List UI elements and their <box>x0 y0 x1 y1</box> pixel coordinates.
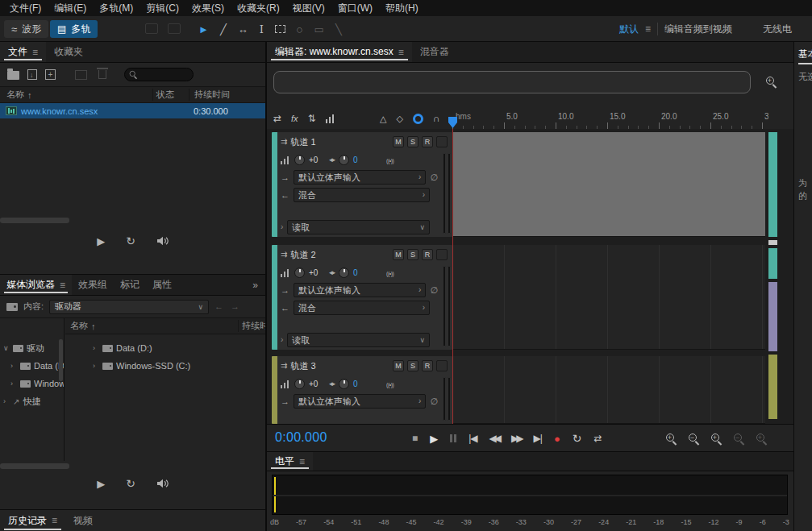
chevron-down-icon[interactable] <box>3 345 10 352</box>
volume-value[interactable]: +0 <box>309 380 325 388</box>
input-monitor-button[interactable] <box>436 136 448 147</box>
tab-favorites[interactable]: 收藏夹 <box>46 42 91 62</box>
tree-item-windows-drive[interactable]: Windows-SSD (C:) <box>0 375 64 392</box>
pan-knob[interactable] <box>339 155 349 165</box>
volume-value[interactable]: +0 <box>309 268 325 277</box>
chevron-right-icon[interactable] <box>10 363 17 370</box>
workspace-menu-icon[interactable] <box>645 24 651 34</box>
move-tool-icon[interactable] <box>198 24 209 35</box>
file-row-selected[interactable]: www.knowr.cn.sesx 0:30.000 <box>0 103 265 118</box>
zoom-in-icon[interactable] <box>665 433 677 445</box>
tab-effects-rack[interactable]: 效果组 <box>72 275 114 295</box>
insert-into-multitrack-icon[interactable] <box>75 70 87 80</box>
pan-knob[interactable] <box>339 268 349 278</box>
input-select[interactable]: 默认立体声输入 <box>294 394 426 409</box>
tab-levels[interactable]: 电平 <box>267 452 313 471</box>
monitor-input-icon[interactable] <box>386 379 394 388</box>
timeline-ruler[interactable]: hms 5.0 10.0 15.0 20.0 25.0 30 <box>452 108 768 129</box>
menu-window[interactable]: 窗口(W) <box>331 2 379 15</box>
marquee-selection-tool-icon[interactable] <box>275 25 285 33</box>
pan-value[interactable]: 0 <box>353 156 369 164</box>
track-name[interactable]: 轨道 2 <box>290 249 389 261</box>
tree-item-data-drive[interactable]: Data (D:) <box>0 357 64 375</box>
volume-knob[interactable] <box>294 155 305 165</box>
arm-record-button[interactable]: R <box>422 136 433 147</box>
preview-play-icon[interactable] <box>97 479 105 489</box>
panel-menu-icon[interactable] <box>299 457 305 467</box>
spot-healing-tool-icon[interactable] <box>335 24 342 35</box>
tab-markers[interactable]: 标记 <box>114 275 146 295</box>
tab-media-browser[interactable]: 媒体浏览器 <box>0 275 72 295</box>
workspace-default[interactable]: 默认 <box>619 23 639 36</box>
zoom-navigator[interactable] <box>273 71 751 93</box>
zoom-out-icon[interactable] <box>688 433 700 445</box>
fast-forward-button[interactable] <box>511 434 521 443</box>
menu-file[interactable]: 文件(F) <box>3 2 48 15</box>
track-3-lane[interactable] <box>452 356 765 424</box>
volume-value[interactable]: +0 <box>309 156 325 164</box>
menu-view[interactable]: 视图(V) <box>286 2 331 15</box>
pan-knob[interactable] <box>339 379 349 389</box>
zoom-out-full-icon[interactable] <box>733 433 745 445</box>
tab-properties[interactable]: 属性 <box>146 275 178 295</box>
input-monitor-button[interactable] <box>436 249 448 260</box>
layout-icon-a[interactable] <box>145 23 158 34</box>
multitrack-view-button[interactable]: 多轨 <box>50 20 98 38</box>
menu-effects[interactable]: 效果(S) <box>185 2 231 15</box>
skip-selection-button[interactable] <box>594 434 602 443</box>
track-1-lane[interactable] <box>452 132 765 237</box>
menu-edit[interactable]: 编辑(E) <box>48 2 93 15</box>
auto-play-speaker-icon[interactable] <box>156 236 169 246</box>
automation-expand-icon[interactable] <box>281 223 283 231</box>
panel-menu-icon[interactable] <box>52 516 57 525</box>
menu-favorites[interactable]: 收藏夹(R) <box>231 2 286 15</box>
go-to-end-button[interactable] <box>534 434 542 443</box>
tab-essential-sound[interactable]: 基本 <box>798 48 812 61</box>
column-name[interactable]: 名称 ↑ <box>65 320 238 332</box>
tab-files[interactable]: 文件 <box>0 42 46 62</box>
auto-play-speaker-icon[interactable] <box>156 479 169 488</box>
record-button[interactable] <box>554 434 560 444</box>
loop-icon[interactable] <box>126 235 135 247</box>
loop-icon[interactable] <box>126 478 135 489</box>
tab-mixer[interactable]: 混音器 <box>412 42 457 62</box>
panel-menu-icon[interactable] <box>398 48 404 57</box>
magnet-icon[interactable] <box>433 114 440 123</box>
track-2-lane[interactable] <box>452 245 765 350</box>
import-file-icon[interactable] <box>27 69 37 80</box>
marker-icon[interactable] <box>396 114 402 123</box>
tab-editor[interactable]: 编辑器: www.knowr.cn.sesx <box>267 42 412 62</box>
routing-icon[interactable] <box>308 114 316 123</box>
menu-clip[interactable]: 剪辑(C) <box>139 2 185 15</box>
go-to-start-button[interactable] <box>468 434 477 443</box>
crossfade-mode-icon[interactable] <box>273 114 281 123</box>
tree-item-drives[interactable]: 驱动 <box>0 339 64 357</box>
track-name[interactable]: 轨道 1 <box>290 136 389 148</box>
column-name[interactable]: 名称 ↑ <box>0 89 152 101</box>
pause-button[interactable] <box>450 434 456 442</box>
mute-button[interactable]: M <box>393 249 404 260</box>
tree-scrollbar[interactable] <box>59 339 63 381</box>
arm-record-button[interactable]: R <box>422 249 433 260</box>
automation-mode-select[interactable]: 读取 <box>287 220 430 234</box>
track-header-3[interactable]: 轨道 3 M S R +0 0 <box>272 356 452 424</box>
zoom-selection-icon[interactable] <box>756 433 768 445</box>
time-display[interactable]: 0:00.000 <box>275 430 327 445</box>
list-item-windows-drive[interactable]: Windows-SSD (C:) <box>65 357 265 375</box>
snap-toggle-icon[interactable] <box>413 114 423 124</box>
track-name[interactable]: 轨道 3 <box>290 360 389 372</box>
column-duration[interactable]: 持续时间 <box>189 89 265 101</box>
horizontal-scrollbar[interactable] <box>0 463 69 469</box>
drives-select[interactable]: 驱动器 <box>49 300 209 314</box>
chevron-right-icon[interactable] <box>93 345 99 352</box>
arm-record-button[interactable]: R <box>422 360 433 371</box>
stop-button[interactable] <box>412 434 418 443</box>
mute-button[interactable]: M <box>393 136 404 147</box>
track-header-1[interactable]: 轨道 1 M S R +0 0 <box>272 132 452 237</box>
horizontal-scrollbar[interactable] <box>0 218 69 223</box>
solo-button[interactable]: S <box>407 249 418 260</box>
track-header-2[interactable]: 轨道 2 M S R +0 0 <box>272 245 452 350</box>
menu-help[interactable]: 帮助(H) <box>379 2 425 15</box>
automation-mode-select[interactable]: 读取 <box>287 333 430 347</box>
tab-overflow-button[interactable]: » <box>245 275 265 295</box>
